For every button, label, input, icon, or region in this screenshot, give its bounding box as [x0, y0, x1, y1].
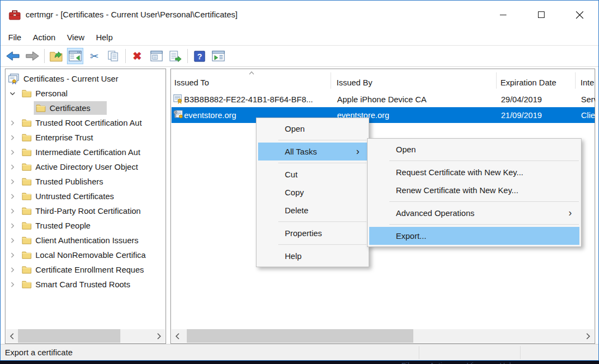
background-window-menu-text: File Action View Help — [401, 361, 515, 364]
scroll-left-arrow[interactable] — [172, 329, 184, 343]
tree-item-label: Active Directory User Object — [35, 162, 138, 171]
show-console-tree-button[interactable] — [67, 48, 83, 64]
tree-item-untrusted[interactable]: Untrusted Certificates — [5, 189, 166, 203]
submenu-renew-certificate[interactable]: Renew Certificate with New Key... — [369, 181, 579, 199]
menu-separator — [278, 163, 366, 163]
certificate-row-apple[interactable]: B3B8B882-FE22-41B1-8F64-BF8... Apple iPh… — [172, 91, 595, 107]
toolbar: ✂ ✖ — [1, 46, 598, 67]
submenu-advanced-operations[interactable]: Advanced Operations › — [369, 204, 579, 222]
back-arrow-icon — [6, 51, 20, 61]
chevron-left-icon — [10, 333, 14, 340]
column-header-issued-by[interactable]: Issued By — [337, 78, 372, 87]
close-button[interactable] — [560, 1, 598, 29]
submenu-request-certificate[interactable]: Request Certificate with New Key... — [369, 163, 579, 181]
minimize-button[interactable] — [484, 1, 522, 29]
chevron-right-icon — [9, 193, 16, 200]
folder-icon — [22, 266, 32, 274]
tree-item-trusted-root[interactable]: Trusted Root Certification Aut — [5, 115, 166, 130]
context-menu-help[interactable]: Help — [258, 247, 367, 265]
menu-view[interactable]: View — [67, 33, 84, 42]
tree-item-trusted-people[interactable]: Trusted People — [5, 218, 166, 233]
column-header-issued-to[interactable]: Issued To — [174, 78, 209, 87]
tree-item-label: Certificate Enrollment Reques — [35, 265, 144, 274]
context-menu-properties[interactable]: Properties — [258, 224, 367, 242]
properties-button[interactable] — [148, 48, 164, 64]
tree-item-label: Personal — [35, 89, 68, 98]
chevron-left-icon — [175, 333, 180, 340]
menu-file[interactable]: File — [8, 33, 21, 42]
column-separator[interactable] — [575, 72, 576, 89]
show-action-pane-icon — [212, 51, 225, 61]
column-separator[interactable] — [496, 72, 497, 89]
scrollbar-thumb[interactable] — [18, 329, 120, 343]
chevron-right-icon — [9, 134, 16, 141]
submenu-open[interactable]: Open — [369, 140, 579, 158]
context-menu-cut[interactable]: Cut — [258, 165, 367, 183]
scrollbar-track[interactable] — [18, 329, 153, 343]
right-pane-horizontal-scrollbar[interactable] — [172, 329, 594, 343]
scroll-left-arrow[interactable] — [6, 329, 18, 343]
tree-item-smart-card[interactable]: Smart Card Trusted Roots — [5, 277, 166, 292]
chevron-right-icon — [9, 119, 16, 127]
submenu-arrow-icon: › — [356, 143, 359, 161]
menu-separator — [389, 224, 579, 225]
menu-help[interactable]: Help — [96, 33, 113, 42]
tree-item-certificates-selected[interactable]: Certificates — [5, 101, 166, 115]
scrollbar-track[interactable] — [184, 329, 582, 343]
scrollbar-thumb[interactable] — [187, 329, 413, 343]
column-separator[interactable] — [331, 72, 331, 89]
scroll-right-arrow[interactable] — [582, 329, 594, 343]
maximize-icon — [538, 11, 545, 18]
tree-item-label: Certificates - Current User — [23, 74, 118, 83]
window-title: certmgr - [Certificates - Current User\P… — [26, 1, 237, 29]
copy-button[interactable] — [105, 48, 121, 64]
left-pane-horizontal-scrollbar[interactable] — [6, 329, 165, 343]
tree-item-personal[interactable]: Personal — [5, 86, 166, 101]
context-menu-open[interactable]: Open — [258, 120, 367, 138]
forward-button[interactable] — [24, 48, 40, 64]
show-console-tree-icon — [69, 51, 82, 61]
show-action-pane-button[interactable] — [210, 48, 227, 64]
folder-icon — [36, 104, 46, 112]
maximize-button[interactable] — [522, 1, 560, 29]
export-list-button[interactable] — [167, 48, 184, 64]
tree-item-trusted-publishers[interactable]: Trusted Publishers — [5, 174, 166, 189]
properties-window-icon — [150, 51, 163, 61]
tree-item-root[interactable]: Certificates - Current User — [5, 71, 166, 86]
cut-button[interactable]: ✂ — [86, 48, 102, 64]
context-menu-copy[interactable]: Copy — [258, 183, 367, 201]
chevron-right-icon — [9, 251, 16, 259]
status-text: Export a certificate — [5, 344, 72, 361]
tree-item-label: Certificates — [50, 103, 90, 113]
toolbar-separator — [187, 49, 188, 63]
submenu-export[interactable]: Export... — [369, 227, 579, 245]
tree-item-enterprise-trust[interactable]: Enterprise Trust — [5, 130, 166, 145]
context-menu-delete[interactable]: Delete — [258, 201, 367, 219]
column-header-intended[interactable]: Inte — [580, 78, 594, 87]
tree-item-intermediate[interactable]: Intermediate Certification Aut — [5, 145, 166, 159]
tree-item-active-directory[interactable]: Active Directory User Object — [5, 159, 166, 174]
cell-issued-by: Apple iPhone Device CA — [337, 91, 495, 107]
scroll-right-arrow[interactable] — [153, 329, 165, 343]
up-one-level-button[interactable] — [48, 48, 64, 64]
folder-icon — [22, 119, 32, 127]
menu-separator — [278, 221, 366, 222]
cell-issued-to: B3B8B882-FE22-41B1-8F64-BF8... — [184, 91, 330, 107]
export-list-icon — [169, 51, 182, 62]
back-button[interactable] — [5, 48, 21, 64]
folder-icon — [22, 89, 32, 97]
menu-action[interactable]: Action — [33, 33, 56, 42]
folder-icon — [22, 221, 32, 230]
tree-item-local-nonremovable[interactable]: Local NonRemovable Certifica — [5, 248, 166, 262]
tree-item-third-party[interactable]: Third-Party Root Certification — [5, 203, 166, 218]
tree-item-client-auth[interactable]: Client Authentication Issuers — [5, 233, 166, 248]
context-menu-all-tasks[interactable]: All Tasks › — [258, 143, 367, 161]
folder-icon — [22, 236, 32, 244]
delete-button[interactable]: ✖ — [129, 48, 145, 64]
minimize-icon — [500, 15, 506, 15]
certificate-row-eventstore-selected[interactable]: eventstore.org eventstore.org 21/09/2019… — [172, 107, 595, 123]
chevron-right-icon — [157, 333, 161, 340]
help-button[interactable]: ? — [191, 48, 207, 64]
tree-item-cert-enrollment[interactable]: Certificate Enrollment Reques — [5, 262, 166, 277]
column-header-expiration[interactable]: Expiration Date — [500, 78, 557, 87]
